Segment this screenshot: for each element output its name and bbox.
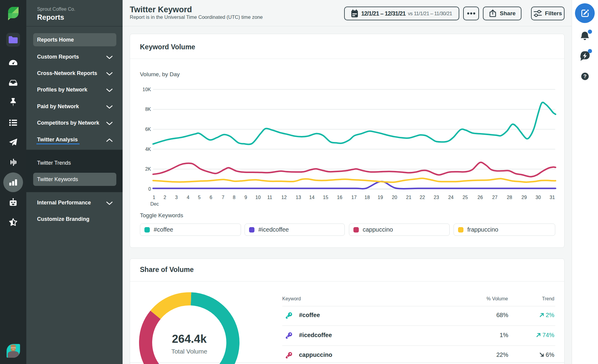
svg-text:6K: 6K [145,127,151,132]
svg-text:30: 30 [536,195,541,200]
svg-text:25: 25 [463,195,468,200]
svg-text:23: 23 [434,195,439,200]
svg-text:21: 21 [406,195,411,200]
svg-text:2K: 2K [145,166,151,172]
svg-text:4K: 4K [145,147,151,152]
svg-text:6: 6 [210,195,212,200]
svg-text:18: 18 [364,195,370,200]
svg-text:4: 4 [187,195,190,200]
svg-text:3: 3 [175,195,178,200]
svg-text:0: 0 [148,186,151,192]
svg-text:8: 8 [233,195,236,200]
svg-text:Volume, by Day: Volume, by Day [140,71,180,77]
svg-text:17: 17 [351,195,357,200]
svg-text:13: 13 [296,195,301,200]
svg-text:19: 19 [378,195,383,200]
svg-text:1: 1 [153,195,155,200]
svg-text:Dec: Dec [150,201,159,207]
svg-text:7: 7 [222,195,225,200]
svg-text:Toggle Keywords: Toggle Keywords [140,212,183,218]
svg-text:10K: 10K [143,87,151,92]
svg-text:12: 12 [281,195,287,200]
svg-text:9: 9 [245,195,247,200]
svg-text:29: 29 [521,195,527,200]
svg-text:31: 31 [550,195,555,200]
svg-text:5: 5 [198,195,201,200]
svg-text:24: 24 [448,195,454,200]
svg-text:10: 10 [255,195,261,200]
svg-text:14: 14 [309,195,315,200]
svg-text:28: 28 [507,195,512,200]
svg-text:22: 22 [420,195,425,200]
svg-text:15: 15 [323,195,328,200]
svg-text:2: 2 [164,195,166,200]
svg-text:8K: 8K [145,107,151,112]
svg-text:26: 26 [478,195,483,200]
svg-text:16: 16 [337,195,342,200]
svg-text:11: 11 [267,195,272,200]
svg-text:20: 20 [392,195,397,200]
svg-text:27: 27 [492,195,498,200]
